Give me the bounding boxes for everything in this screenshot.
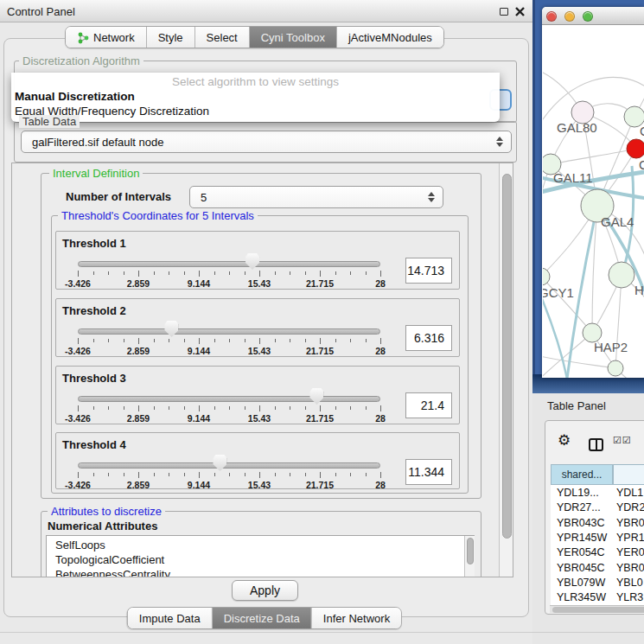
close-traffic-light-icon[interactable] — [546, 11, 557, 22]
slider-thumb[interactable] — [309, 388, 323, 405]
table-row[interactable]: YDL19...YDL1 — [551, 485, 644, 500]
slider-tick — [320, 338, 321, 344]
slider-tick — [335, 339, 336, 342]
slider-tick — [124, 473, 124, 476]
slider-tick — [275, 339, 276, 342]
network-canvas[interactable]: GAL80GACGAL11GAL4GCY1HHAP2 — [543, 25, 644, 378]
table-row[interactable]: YBR045CYBR0 — [551, 560, 644, 575]
slider-tick — [259, 338, 260, 344]
slider-track[interactable] — [78, 328, 380, 335]
slider-tick-label: 28 — [356, 480, 405, 490]
select-columns-checkboxes-icon[interactable]: ☑☑ — [613, 435, 632, 446]
network-node-label: GCY1 — [543, 285, 574, 300]
number-of-intervals-combo[interactable]: 5 — [189, 186, 443, 208]
thresholds-group-title: Threshold's Coordinates for 5 Intervals — [58, 209, 258, 222]
apply-button[interactable]: Apply — [232, 580, 298, 601]
slider-tick — [138, 338, 139, 344]
tab-cyni-toolbox[interactable]: Cyni Toolbox — [250, 27, 337, 48]
algorithm-dropdown-placeholder: Select algorithm to view settings — [11, 75, 500, 88]
table-horizontal-scrollbar[interactable] — [550, 605, 644, 613]
network-node-label: GAL11 — [553, 170, 593, 185]
attributes-list-scrollbar-thumb[interactable] — [467, 538, 474, 564]
threshold-value-field[interactable]: 6.316 — [405, 325, 452, 351]
tab-select[interactable]: Select — [195, 27, 250, 48]
network-node[interactable] — [609, 262, 634, 288]
threshold-value-field[interactable]: 14.713 — [405, 258, 452, 284]
list-item[interactable]: SelfLoops — [55, 539, 105, 552]
attributes-group-title: Attributes to discretize — [48, 505, 165, 518]
combo-stepper-icon — [495, 137, 503, 147]
table-panel-title: Table Panel — [547, 399, 606, 412]
network-node-label: GAL4 — [601, 214, 634, 229]
dropdown-item-1[interactable]: Manual Discretization — [14, 90, 497, 103]
tab-infer-network[interactable]: Infer Network — [312, 608, 401, 628]
attributes-list-scrollbar[interactable] — [464, 536, 475, 577]
cell-name: YBR0 — [616, 517, 644, 529]
table-row[interactable]: YPR145WYPR1 — [551, 530, 644, 545]
slider-track[interactable] — [78, 462, 380, 469]
slider-tick — [366, 406, 367, 410]
threshold-label: Threshold 3 — [62, 372, 126, 385]
cell-shared-name: YBR043C — [557, 517, 605, 529]
network-node[interactable] — [543, 268, 550, 285]
slider-tick — [124, 406, 124, 410]
slider-tick — [184, 406, 185, 410]
slider-tick — [305, 339, 306, 342]
slider-thumb[interactable] — [213, 455, 226, 471]
slider-tick — [245, 473, 245, 476]
slider-tick-label: 9.144 — [175, 480, 223, 490]
slider-tick — [229, 473, 230, 476]
tab-style[interactable]: Style — [147, 27, 195, 48]
slider-thumb[interactable] — [164, 321, 178, 337]
table-data-combo[interactable]: galFiltered.sif default node — [21, 131, 512, 153]
slider-track[interactable] — [78, 261, 380, 267]
table-row[interactable]: YLR345WYLR3 — [551, 590, 644, 604]
threshold-row-2: Threshold 2-3.4262.8599.14415.4321.71528… — [55, 298, 460, 357]
threshold-value-field[interactable]: 11.344 — [405, 459, 452, 485]
slider-tick-label: 28 — [356, 413, 405, 424]
threshold-label: Threshold 4 — [62, 438, 126, 451]
slider-tick — [380, 405, 381, 411]
dropdown-item-2[interactable]: Equal Width/Frequency Discretization — [14, 105, 497, 118]
slider-thumb[interactable] — [245, 253, 259, 270]
table-horizontal-scrollbar-thumb[interactable] — [552, 607, 644, 613]
table-row[interactable]: YBR043CYBR0 — [551, 515, 644, 530]
column-header-name[interactable]: name — [613, 464, 644, 485]
network-node[interactable] — [608, 360, 623, 376]
gear-icon[interactable]: ⚙ — [558, 431, 571, 449]
network-node-label: GAL80 — [557, 120, 597, 135]
threshold-value-field[interactable]: 21.4 — [405, 392, 452, 418]
settings-scrollbar-thumb[interactable] — [502, 174, 512, 539]
network-edge[interactable] — [551, 149, 636, 164]
tab-jactivemnodules[interactable]: jActiveMNodules — [337, 27, 443, 48]
network-node-label: C — [639, 157, 644, 172]
slider-tick — [214, 271, 215, 275]
minimize-traffic-light-icon[interactable] — [564, 11, 575, 22]
float-window-icon[interactable] — [500, 8, 508, 16]
list-item[interactable]: TopologicalCoefficient — [55, 553, 164, 566]
slider-tick — [335, 406, 336, 410]
tab-discretize-data[interactable]: Discretize Data — [213, 608, 312, 628]
slider-tick — [78, 405, 79, 411]
table-row[interactable]: YDR27...YDR2 — [551, 500, 644, 514]
slider-tick — [124, 271, 124, 275]
cyni-bottom-tabs: Impute DataDiscretize DataInfer Network — [127, 607, 402, 629]
zoom-traffic-light-icon[interactable] — [583, 11, 593, 22]
tab-impute-data[interactable]: Impute Data — [128, 608, 213, 628]
slider-track[interactable] — [78, 396, 380, 402]
table-row[interactable]: YBL079WYBL0 — [551, 575, 644, 590]
slider-tick — [366, 473, 367, 476]
tab-network[interactable]: Network — [66, 27, 147, 48]
network-node[interactable] — [627, 139, 644, 158]
cell-name: YER0 — [616, 546, 644, 558]
threshold-label: Threshold 1 — [62, 237, 126, 250]
slider-tick — [184, 271, 185, 275]
cell-shared-name: YBR045C — [557, 562, 605, 574]
split-columns-icon[interactable] — [589, 438, 603, 451]
table-row[interactable]: YER054CYER0 — [551, 545, 644, 559]
close-icon[interactable] — [515, 7, 525, 16]
tab-label: Style — [158, 31, 183, 44]
settings-scrollbar[interactable] — [499, 163, 513, 577]
column-header-shared[interactable]: shared... — [551, 464, 613, 485]
list-item[interactable]: BetweennessCentrality — [55, 568, 170, 577]
